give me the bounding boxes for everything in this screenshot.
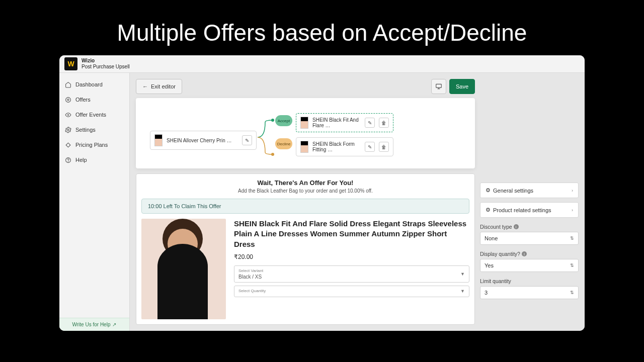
edit-icon[interactable]: ✎ <box>365 118 375 128</box>
offer-subtext: Add the Black Leather Bag to your order … <box>141 188 469 194</box>
sidebar: Dashboard Offers Offer Events Settings P… <box>59 73 130 331</box>
exit-editor-button[interactable]: ← Exit editor <box>136 79 182 94</box>
sidebar-item-help[interactable]: Help <box>59 152 129 167</box>
desktop-icon <box>435 83 442 90</box>
external-icon: ↗ <box>112 322 116 327</box>
editor-toolbar: ← Exit editor Save <box>136 79 475 94</box>
app-header: W Wizio Post Purchase Upsell <box>59 55 585 73</box>
svg-point-8 <box>271 153 274 156</box>
sidebar-item-label: Offer Events <box>75 112 106 118</box>
display-qty-label: Display quantity?i <box>480 251 579 257</box>
flow-diagram: SHEIN Allover Cherry Prin … ✎ Accept Dec… <box>136 98 475 168</box>
app-header-text: Wizio Post Purchase Upsell <box>82 58 130 70</box>
info-icon: i <box>514 224 519 229</box>
sidebar-item-label: Offers <box>75 97 91 103</box>
tag-icon <box>64 96 71 103</box>
product-settings-accordion[interactable]: ⚙Product related settings › <box>480 202 579 218</box>
info-icon: i <box>522 251 527 256</box>
gear-icon <box>64 126 71 133</box>
help-icon <box>64 156 71 163</box>
offer-headline: Wait, There's An Offer For You! <box>141 179 469 187</box>
stepper-icon: ⇅ <box>570 290 574 295</box>
sidebar-item-label: Pricing Plans <box>75 142 108 148</box>
sidebar-item-offers[interactable]: Offers <box>59 92 129 107</box>
save-button[interactable]: Save <box>449 79 475 94</box>
edit-icon[interactable]: ✎ <box>242 135 252 145</box>
accept-offer-label: SHEIN Black Fit And Flare … <box>312 117 361 128</box>
svg-point-1 <box>67 99 68 100</box>
svg-point-5 <box>68 161 68 161</box>
sidebar-item-label: Help <box>75 157 87 163</box>
svg-point-3 <box>67 129 68 130</box>
trash-icon[interactable]: 🗑 <box>379 118 389 128</box>
chevron-down-icon: ▼ <box>460 289 465 294</box>
sidebar-item-label: Dashboard <box>75 81 103 87</box>
sidebar-item-dashboard[interactable]: Dashboard <box>59 77 129 92</box>
chevron-right-icon: › <box>572 208 573 213</box>
offer-preview-panel: Wait, There's An Offer For You! Add the … <box>136 173 475 325</box>
desktop-preview-button[interactable] <box>431 79 446 94</box>
app-logo: W <box>64 57 77 70</box>
gear-icon: ⚙ <box>486 187 491 194</box>
decline-chip: Decline <box>275 138 292 149</box>
svg-rect-6 <box>436 84 442 87</box>
trash-icon[interactable]: 🗑 <box>379 142 389 152</box>
sidebar-item-settings[interactable]: Settings <box>59 122 129 137</box>
hero-title: Multiple Offers based on Accept/Decline <box>0 0 644 55</box>
sidebar-item-offer-events[interactable]: Offer Events <box>59 107 129 122</box>
arrow-left-icon: ← <box>142 83 148 89</box>
branch-lines <box>258 117 278 157</box>
limit-qty-label: Limit quantity <box>480 278 579 284</box>
chevron-right-icon: › <box>572 188 573 193</box>
select-caret-icon: ⇅ <box>570 263 574 268</box>
product-thumb <box>300 141 308 153</box>
main-area: ← Exit editor Save SHEIN Allover Cherry … <box>130 73 585 331</box>
svg-point-2 <box>67 114 68 115</box>
qty-label: Select Quantity <box>238 289 266 293</box>
product-thumb <box>154 134 163 146</box>
write-us-button[interactable]: Write Us for Help ↗ <box>59 318 129 331</box>
select-caret-icon: ⇅ <box>570 236 574 241</box>
accept-chip: Accept <box>275 115 292 126</box>
discount-type-label: Discount typei <box>480 224 579 230</box>
decline-offer-node[interactable]: SHEIN Black Form Fitting … ✎ 🗑 <box>296 137 393 156</box>
initial-offer-node[interactable]: SHEIN Allover Cherry Prin … ✎ <box>150 131 257 150</box>
eye-icon <box>64 111 71 118</box>
home-icon <box>64 81 71 88</box>
general-settings-accordion[interactable]: ⚙General settings › <box>480 183 579 198</box>
sidebar-item-label: Settings <box>75 127 96 133</box>
variant-value: Black / XS <box>238 274 262 280</box>
edit-icon[interactable]: ✎ <box>365 142 375 152</box>
sidebar-item-pricing[interactable]: Pricing Plans <box>59 137 129 152</box>
limit-qty-input[interactable]: 3 ⇅ <box>480 286 579 299</box>
svg-point-0 <box>65 97 70 102</box>
display-qty-select[interactable]: Yes ⇅ <box>480 259 579 272</box>
offer-timer: 10:00 Left To Claim This Offer <box>141 199 469 214</box>
price-icon <box>64 141 71 148</box>
initial-offer-label: SHEIN Allover Cherry Prin … <box>167 138 238 143</box>
decline-offer-label: SHEIN Black Form Fitting … <box>312 141 361 152</box>
accept-offer-node[interactable]: SHEIN Black Fit And Flare … ✎ 🗑 <box>296 113 393 132</box>
product-thumb <box>300 117 308 129</box>
app-frame: W Wizio Post Purchase Upsell Dashboard O… <box>59 55 585 331</box>
product-image <box>141 219 226 319</box>
gear-icon: ⚙ <box>486 207 491 213</box>
discount-type-select[interactable]: None ⇅ <box>480 232 579 245</box>
variant-label: Select Variant <box>238 268 263 273</box>
variant-select[interactable]: Select Variant Black / XS ▼ <box>234 265 469 283</box>
svg-point-7 <box>271 119 274 122</box>
settings-column: ⚙General settings › ⚙Product related set… <box>480 79 579 325</box>
product-title: SHEIN Black Fit And Flare Solid Dress El… <box>234 219 469 249</box>
product-price: ₹20.00 <box>234 253 469 260</box>
quantity-select[interactable]: Select Quantity ▼ <box>234 286 469 297</box>
chevron-down-icon: ▼ <box>460 272 465 277</box>
